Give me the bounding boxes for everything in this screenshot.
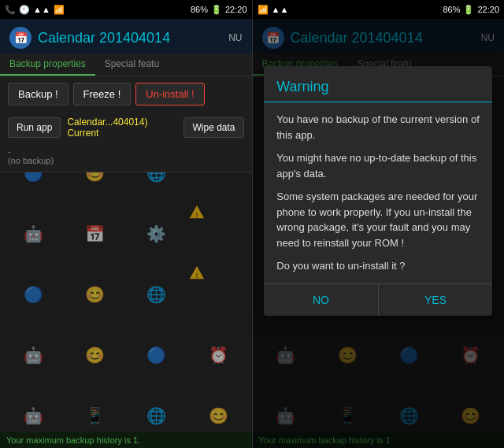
run-row: Run app Calendar...404014) Current Wipe … bbox=[0, 112, 252, 143]
dialog-para-1: You have no backup of the current versio… bbox=[276, 112, 480, 143]
bg-icon-15: ⚙️ bbox=[127, 204, 187, 263]
action-buttons-left: Backup ! Freeze ! Un-install ! bbox=[0, 76, 252, 112]
left-app-icon: 📅 bbox=[9, 27, 32, 49]
bg-icon-23: 🔵 bbox=[127, 325, 187, 384]
right-status-bar: 📶 ▲▲ 86% 🔋 22:20 bbox=[253, 0, 505, 19]
left-panel: 📞 🕙 ▲▲ 📶 86% 🔋 22:20 🔵 🌐 ⚙️ ! 🤖 📱 3+ ! 🔵… bbox=[0, 0, 252, 448]
bg-icon-22: 😊 bbox=[65, 325, 124, 384]
time-left: 22:20 bbox=[225, 5, 247, 14]
left-status-bar: 📞 🕙 ▲▲ 📶 86% 🔋 22:20 bbox=[0, 0, 252, 19]
left-app-header: 📅 Calendar 201404014 NU bbox=[0, 19, 252, 54]
svg-text:!: ! bbox=[196, 211, 198, 219]
clock-icon: 🕙 bbox=[19, 5, 30, 15]
dialog-backdrop: Warning You have no backup of the curren… bbox=[253, 19, 505, 448]
right-wifi-icon: 📶 bbox=[258, 5, 269, 15]
bg-icon-24: ⏰ bbox=[188, 325, 248, 384]
warning-dialog: Warning You have no backup of the curren… bbox=[264, 66, 492, 316]
right-status-left: 📶 ▲▲ bbox=[258, 5, 289, 15]
svg-text:!: ! bbox=[196, 272, 198, 280]
left-app-title: Calendar 201404014 bbox=[38, 30, 170, 46]
bg-icon-18: 😊 bbox=[65, 265, 124, 324]
bg-icon-14: 📅 bbox=[65, 204, 124, 263]
backup-label: (no backup) bbox=[8, 156, 244, 165]
right-status-right: 86% 🔋 22:20 bbox=[443, 5, 499, 15]
bg-icon-17: 🔵 bbox=[3, 265, 63, 324]
phone-icon: 📞 bbox=[5, 5, 16, 15]
left-bottom-status: Your maximum backup history is 1. bbox=[0, 432, 252, 448]
status-left: 📞 🕙 ▲▲ 📶 bbox=[5, 5, 65, 15]
dialog-para-3: Some system packages are needed for your… bbox=[276, 189, 480, 250]
dialog-para-4: Do you want to un-install it ? bbox=[276, 258, 480, 274]
dialog-yes-button[interactable]: YES bbox=[378, 284, 493, 316]
run-app-button[interactable]: Run app bbox=[8, 117, 61, 138]
right-battery: 86% bbox=[443, 5, 460, 14]
left-menu-label[interactable]: NU bbox=[228, 32, 242, 43]
status-right: 86% 🔋 22:20 bbox=[191, 5, 247, 15]
battery-left: 86% bbox=[191, 5, 208, 14]
right-signal: ▲▲ bbox=[272, 5, 289, 14]
dialog-body: You have no backup of the current versio… bbox=[264, 102, 492, 283]
left-app-overlay: 📅 Calendar 201404014 NU Backup propertie… bbox=[0, 19, 252, 172]
wipe-data-button[interactable]: Wipe data bbox=[183, 117, 243, 138]
bg-warning-4: ! bbox=[188, 204, 206, 221]
wifi-icon: ▲▲ bbox=[33, 5, 50, 14]
bg-icon-19: 🌐 bbox=[127, 265, 187, 324]
dialog-para-2: You might have no up-to-date backup of t… bbox=[276, 150, 480, 181]
dialog-no-button[interactable]: NO bbox=[264, 284, 378, 316]
left-tabs: Backup properties Special featu bbox=[0, 54, 252, 76]
dialog-title: Warning bbox=[264, 66, 492, 102]
bg-icon-13: 🤖 bbox=[3, 204, 63, 263]
signal-bars: 📶 bbox=[54, 5, 65, 15]
backup-date: - bbox=[8, 146, 244, 156]
app-name-badge: Calendar...404014) Current bbox=[67, 117, 177, 139]
backup-button[interactable]: Backup ! bbox=[8, 83, 69, 106]
bg-warning-5: ! bbox=[188, 265, 206, 282]
backup-info: - (no backup) bbox=[0, 143, 252, 172]
tab-backup-props-left[interactable]: Backup properties bbox=[0, 54, 95, 76]
freeze-button[interactable]: Freeze ! bbox=[73, 83, 132, 106]
uninstall-button[interactable]: Un-install ! bbox=[135, 83, 204, 106]
battery-icon-left: 🔋 bbox=[211, 5, 222, 15]
right-panel: 📶 ▲▲ 86% 🔋 22:20 🔵 🌐 ⚙️ ! 🤖 📱 3+ ! 🔵 😊 🌐… bbox=[253, 0, 505, 448]
dialog-actions: NO YES bbox=[264, 283, 492, 316]
right-time: 22:20 bbox=[477, 5, 499, 14]
right-battery-icon: 🔋 bbox=[463, 5, 474, 15]
bg-icon-21: 🤖 bbox=[3, 325, 63, 384]
tab-special-feat-left[interactable]: Special featu bbox=[95, 54, 169, 76]
